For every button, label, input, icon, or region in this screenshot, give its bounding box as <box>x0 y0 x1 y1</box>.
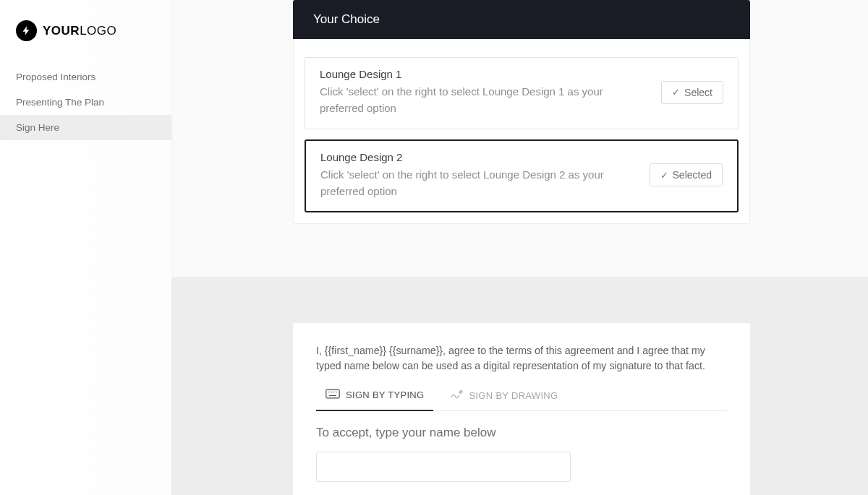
sidebar-item-sign-here[interactable]: Sign Here <box>0 115 171 140</box>
sidebar: YOURLOGO Proposed Interiors Presenting T… <box>0 0 171 495</box>
choice-panel: Lounge Design 1 Click 'select' on the ri… <box>293 39 750 224</box>
tab-typing-label: SIGN BY TYPING <box>346 389 424 400</box>
main-area: Your Choice Lounge Design 1 Click 'selec… <box>171 0 868 495</box>
tab-sign-by-drawing[interactable]: SIGN BY DRAWING <box>441 389 567 410</box>
bolt-icon <box>16 20 37 41</box>
choice-option-2: Lounge Design 2 Click 'select' on the ri… <box>305 139 739 213</box>
check-icon: ✓ <box>672 87 680 98</box>
select-button-1[interactable]: ✓ Select <box>661 81 723 104</box>
signature-card: I, {{first_name}} {{surname}}, agree to … <box>293 323 750 495</box>
logo: YOURLOGO <box>0 0 171 54</box>
choice-option-2-title: Lounge Design 2 <box>320 151 635 163</box>
choice-option-1-desc: Click 'select' on the right to select Lo… <box>320 83 647 117</box>
sidebar-item-proposed-interiors[interactable]: Proposed Interiors <box>0 64 171 90</box>
select-button-2[interactable]: ✓ Selected <box>650 163 723 186</box>
choice-option-1-text: Lounge Design 1 Click 'select' on the ri… <box>320 68 661 117</box>
choice-option-2-text: Lounge Design 2 Click 'select' on the ri… <box>320 151 650 200</box>
sign-tabs: SIGN BY TYPING SIGN BY DRAWING <box>316 389 727 411</box>
select-button-1-label: Select <box>684 87 712 98</box>
choice-section: Your Choice Lounge Design 1 Click 'selec… <box>293 0 750 224</box>
logo-text: YOURLOGO <box>43 24 116 38</box>
choice-header: Your Choice <box>293 0 750 39</box>
sign-prompt: To accept, type your name below <box>316 426 727 440</box>
svg-rect-0 <box>326 389 339 398</box>
choice-option-1: Lounge Design 1 Click 'select' on the ri… <box>305 57 739 129</box>
tab-sign-by-typing[interactable]: SIGN BY TYPING <box>316 389 433 411</box>
sidebar-item-presenting-the-plan[interactable]: Presenting The Plan <box>0 90 171 115</box>
keyboard-icon <box>326 389 340 401</box>
sidebar-nav: Proposed Interiors Presenting The Plan S… <box>0 54 171 140</box>
signature-section: I, {{first_name}} {{surname}}, agree to … <box>171 277 868 495</box>
pen-icon <box>450 389 463 402</box>
tab-drawing-label: SIGN BY DRAWING <box>469 390 558 401</box>
choice-option-1-title: Lounge Design 1 <box>320 68 647 80</box>
check-icon: ✓ <box>660 170 668 181</box>
agreement-text: I, {{first_name}} {{surname}}, agree to … <box>316 343 727 373</box>
choice-option-2-desc: Click 'select' on the right to select Lo… <box>320 166 635 200</box>
select-button-2-label: Selected <box>673 169 712 181</box>
signature-name-input[interactable] <box>316 452 571 482</box>
